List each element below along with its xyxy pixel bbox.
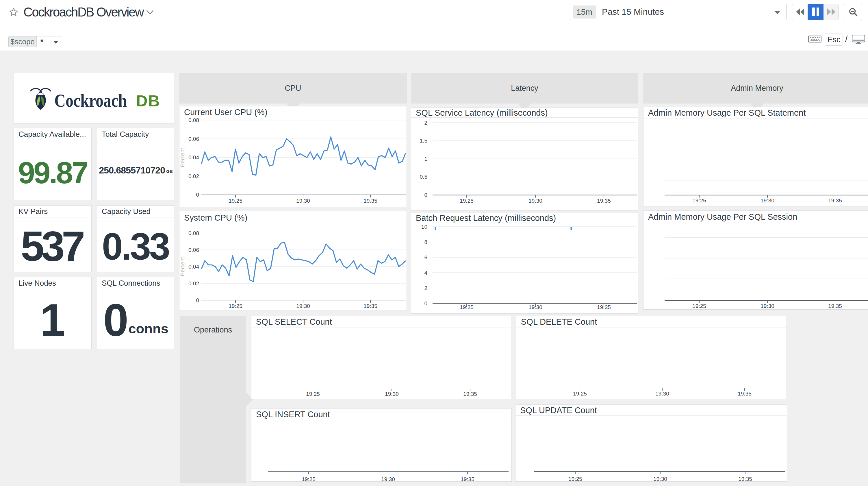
svg-text:0: 0 — [424, 192, 427, 198]
svg-text:1.5: 1.5 — [420, 138, 427, 144]
svg-text:6: 6 — [424, 254, 427, 260]
svg-text:0.08: 0.08 — [188, 117, 199, 123]
svg-text:0.02: 0.02 — [188, 173, 199, 179]
svg-text:0.06: 0.06 — [188, 247, 199, 253]
svg-text:19:35: 19:35 — [463, 391, 477, 397]
svg-text:0: 0 — [196, 297, 199, 303]
svg-text:Percent: Percent — [180, 257, 186, 276]
svg-text:DB: DB — [136, 92, 160, 110]
svg-text:19:30: 19:30 — [761, 303, 774, 309]
svg-text:0.02: 0.02 — [188, 281, 199, 287]
svg-text:19:30: 19:30 — [296, 303, 310, 309]
svg-text:19:30: 19:30 — [528, 304, 542, 310]
svg-text:0.04: 0.04 — [188, 154, 199, 161]
svg-text:19:30: 19:30 — [296, 198, 310, 204]
svg-text:19:25: 19:25 — [302, 476, 315, 482]
svg-text:19:35: 19:35 — [738, 476, 752, 482]
svg-text:19:35: 19:35 — [597, 304, 611, 310]
svg-text:0: 0 — [196, 192, 199, 198]
svg-text:Percent: Percent — [180, 148, 186, 167]
svg-text:19:35: 19:35 — [828, 303, 842, 309]
svg-text:0.08: 0.08 — [188, 230, 199, 236]
svg-text:19:25: 19:25 — [306, 391, 320, 397]
svg-text:2: 2 — [424, 120, 427, 126]
svg-text:19:25: 19:25 — [228, 303, 242, 309]
svg-text:10: 10 — [421, 224, 427, 230]
svg-text:19:25: 19:25 — [692, 303, 706, 309]
svg-text:19:35: 19:35 — [828, 197, 842, 203]
svg-text:1: 1 — [424, 156, 427, 162]
svg-text:19:25: 19:25 — [692, 197, 706, 203]
svg-text:0: 0 — [424, 301, 427, 307]
svg-text:19:25: 19:25 — [228, 198, 242, 204]
svg-text:19:25: 19:25 — [460, 304, 473, 310]
svg-text:19:30: 19:30 — [381, 476, 395, 482]
svg-text:19:35: 19:35 — [461, 476, 474, 482]
svg-text:8: 8 — [424, 239, 427, 245]
svg-text:0.06: 0.06 — [188, 136, 199, 142]
svg-text:19:30: 19:30 — [385, 391, 399, 397]
svg-text:0.04: 0.04 — [188, 264, 199, 270]
svg-text:19:30: 19:30 — [655, 391, 669, 397]
svg-text:Cockroach: Cockroach — [54, 90, 127, 111]
svg-text:0.5: 0.5 — [420, 174, 427, 180]
svg-text:19:30: 19:30 — [528, 198, 542, 204]
svg-text:2: 2 — [424, 285, 427, 291]
svg-text:19:35: 19:35 — [738, 391, 751, 397]
svg-text:19:35: 19:35 — [364, 198, 377, 204]
svg-text:4: 4 — [424, 270, 427, 276]
svg-text:19:35: 19:35 — [597, 198, 611, 204]
svg-text:19:25: 19:25 — [460, 198, 473, 204]
svg-text:19:25: 19:25 — [573, 391, 587, 397]
svg-text:19:35: 19:35 — [364, 303, 377, 309]
svg-text:19:30: 19:30 — [653, 476, 667, 482]
svg-text:19:25: 19:25 — [568, 476, 582, 482]
svg-text:19:30: 19:30 — [761, 197, 774, 203]
